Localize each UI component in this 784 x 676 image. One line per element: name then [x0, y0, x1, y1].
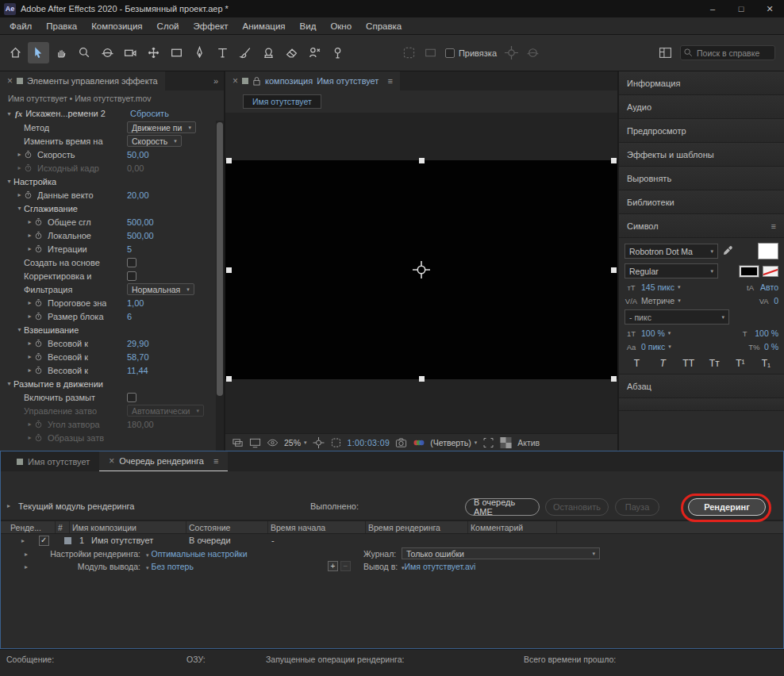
property-value[interactable]: 1,00 [127, 298, 144, 308]
property-value[interactable]: 0,00 [127, 163, 144, 173]
panel-overflow-icon[interactable]: » [213, 76, 218, 86]
resolution-select[interactable]: (Четверть) ▾ [430, 438, 477, 447]
twirl-icon[interactable]: ▾ [5, 380, 13, 387]
eraser-tool[interactable] [281, 42, 302, 63]
close-tab-icon[interactable]: × [7, 75, 13, 86]
anchor-point-icon[interactable] [413, 261, 430, 278]
brush-tool[interactable] [235, 42, 256, 63]
caret-icon[interactable]: ▾ [678, 284, 681, 290]
property-dropdown[interactable]: Скорость▾ [127, 135, 182, 147]
tab-composition[interactable]: × композиция Имя отутствует ≡ [225, 71, 400, 90]
property-value[interactable]: 20,00 [127, 190, 149, 200]
caret-icon[interactable]: ▾ [668, 344, 671, 350]
mask-toggle-icon[interactable] [330, 437, 342, 448]
show-channels-icon[interactable] [413, 437, 425, 448]
all-caps-button[interactable]: TT [678, 358, 698, 369]
vertical-scale-value[interactable]: 100 % [641, 328, 665, 338]
font-family-select[interactable]: Robotron Dot Ma ▾ [625, 244, 718, 259]
search-input[interactable] [680, 45, 775, 60]
roto-brush-tool[interactable] [304, 42, 325, 63]
zoom-tool[interactable] [74, 42, 95, 63]
selection-handle[interactable] [226, 158, 232, 163]
panel-header-paragraph[interactable]: Абзац [619, 374, 784, 398]
twirl-icon[interactable]: ▸ [25, 245, 34, 252]
render-settings-link[interactable]: ▾Оптимальные настройки [146, 549, 248, 559]
menu-layer[interactable]: Слой [150, 20, 186, 33]
panel-menu-icon[interactable]: ≡ [771, 221, 776, 231]
snapping-option-icon-1[interactable] [505, 46, 518, 60]
percent-value[interactable]: 0 % [764, 342, 778, 351]
feather-options-icon[interactable] [424, 46, 437, 60]
column-header[interactable]: Время рендеринга [368, 523, 440, 532]
column-header[interactable]: Состояние [189, 523, 230, 532]
roi-icon[interactable] [482, 437, 494, 448]
clone-stamp-tool[interactable] [258, 42, 279, 63]
composition-chip-button[interactable]: Имя отутствует [243, 94, 321, 109]
mask-options-icon[interactable] [402, 46, 416, 60]
twirl-icon[interactable]: ▾ [5, 178, 13, 185]
snapshot-icon[interactable] [395, 437, 407, 448]
fill-color-swatch[interactable] [758, 243, 778, 259]
menu-effect[interactable]: Эффект [186, 20, 236, 33]
stopwatch-icon[interactable] [34, 231, 45, 240]
twirl-icon[interactable]: ▸ [25, 313, 34, 320]
menu-window[interactable]: Окно [323, 20, 359, 33]
grid-guides-icon[interactable] [313, 437, 325, 448]
caret-icon[interactable]: ▾ [678, 298, 681, 304]
workspace-icon[interactable] [659, 46, 672, 60]
tsume-select[interactable]: - пикс ▾ [625, 309, 729, 325]
timecode[interactable]: 1:00:03:09 [348, 438, 390, 447]
output-module-link[interactable]: ▾Без потерь [146, 562, 194, 571]
horizontal-scale-value[interactable]: 100 % [755, 328, 778, 338]
twirl-icon[interactable]: ▸ [25, 232, 34, 239]
selection-handle[interactable] [226, 376, 232, 382]
menu-file[interactable]: Файл [2, 20, 39, 33]
column-header[interactable]: Время начала [271, 523, 325, 532]
panel-header-effects-presets[interactable]: Эффекты и шаблоны [619, 143, 784, 167]
twirl-icon[interactable]: ▸ [15, 191, 24, 198]
property-value[interactable]: 58,70 [127, 352, 149, 362]
stopwatch-icon[interactable] [24, 190, 35, 200]
selection-handle[interactable] [419, 158, 425, 163]
menu-composition[interactable]: Композиция [84, 20, 149, 33]
stopwatch-icon[interactable] [34, 298, 45, 308]
stopwatch-icon[interactable] [34, 433, 45, 443]
stopwatch-icon[interactable] [24, 163, 35, 173]
selection-handle[interactable] [611, 158, 617, 163]
puppet-tool[interactable] [327, 42, 348, 63]
output-to-link[interactable]: ▾Имя отутствует.avi [402, 562, 475, 571]
magnification-select[interactable]: 25% ▾ [284, 438, 307, 447]
view-options-icon[interactable] [267, 437, 279, 448]
property-value[interactable]: 6 [127, 312, 132, 321]
panel-header-align[interactable]: Выровнять [619, 167, 784, 190]
menu-animation[interactable]: Анимация [236, 20, 293, 33]
composition-canvas[interactable] [225, 160, 617, 379]
column-header[interactable]: Имя композиции [72, 523, 136, 532]
add-output-module-button[interactable]: + [328, 561, 338, 571]
twirl-icon[interactable]: ▸ [7, 502, 10, 509]
font-size-value[interactable]: 145 пикс [641, 282, 674, 292]
panel-menu-icon[interactable]: ≡ [213, 456, 218, 466]
panel-menu-icon[interactable]: ≡ [387, 76, 392, 86]
kerning-value[interactable]: Метриче [641, 296, 674, 305]
eyedropper-icon[interactable] [722, 245, 734, 257]
faux-bold-button[interactable]: T [627, 358, 647, 369]
tab-effect-controls[interactable]: × Элементы управления эффекта [0, 71, 165, 90]
leading-value[interactable]: Авто [760, 282, 778, 292]
render-settings-value[interactable]: Оптимальные настройки [152, 549, 248, 559]
selection-handle[interactable] [419, 376, 425, 382]
panel-header-libraries[interactable]: Библиотеки [619, 190, 784, 214]
queue-in-ame-button[interactable]: В очередь AME [465, 498, 540, 516]
panel-header-character[interactable]: Символ ≡ [619, 214, 784, 238]
twirl-icon[interactable]: ▸ [21, 537, 25, 544]
property-dropdown[interactable]: Нормальная▾ [127, 283, 194, 295]
type-tool[interactable] [212, 42, 233, 63]
pen-tool[interactable] [189, 42, 210, 63]
monitor-icon[interactable] [249, 437, 261, 448]
scrollbar-thumb[interactable] [217, 122, 223, 396]
effect-name[interactable]: Искажен...ремени 2 [25, 109, 106, 118]
close-tab-icon[interactable]: × [233, 75, 238, 86]
stopwatch-icon[interactable] [34, 366, 45, 375]
transparency-grid-icon[interactable] [500, 437, 512, 448]
stopwatch-icon[interactable] [34, 217, 45, 227]
